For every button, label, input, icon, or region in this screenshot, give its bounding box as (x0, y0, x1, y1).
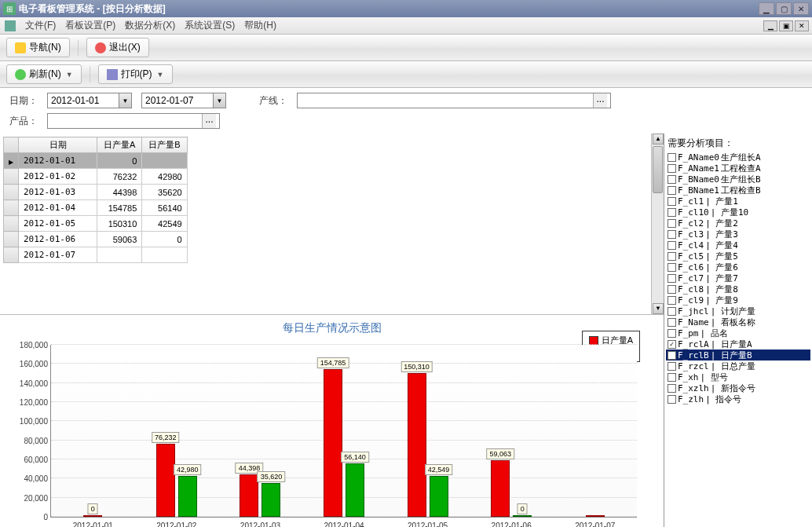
data-grid[interactable]: 日期日产量A日产量B2012-01-0102012-01-02762324298… (3, 137, 188, 263)
cell-date[interactable]: 2012-01-05 (19, 216, 97, 232)
dropdown-icon[interactable]: ▼ (119, 93, 131, 108)
cell-a[interactable]: 59063 (97, 232, 142, 247)
cell-a[interactable]: 76232 (97, 169, 142, 185)
checklist-item[interactable]: F_cl6 | 产量6 (666, 262, 810, 273)
checklist-item[interactable]: F_BName0 生产组长B (666, 174, 810, 185)
row-header[interactable] (4, 169, 19, 185)
checkbox[interactable] (668, 208, 676, 217)
table-row[interactable]: 2012-01-06590630 (4, 232, 188, 247)
checklist-item[interactable]: F_cl8 | 产量8 (666, 284, 810, 295)
cell-b[interactable] (142, 153, 187, 169)
col-header[interactable]: 日产量B (142, 137, 187, 153)
checklist-item[interactable]: F_cl10 | 产量10 (666, 207, 810, 218)
checklist-item[interactable]: ✓F_rclA | 日产量A (666, 339, 810, 350)
menu-board[interactable]: 看板设置(P) (65, 19, 115, 32)
checkbox[interactable] (668, 362, 676, 371)
table-row[interactable]: 2012-01-0515031042549 (4, 216, 188, 232)
col-header[interactable]: 日产量A (97, 137, 142, 153)
checkbox[interactable] (668, 241, 676, 250)
menu-analysis[interactable]: 数据分析(X) (125, 19, 175, 32)
checklist-item[interactable]: F_xh | 型号 (666, 371, 810, 382)
row-header[interactable] (4, 247, 19, 263)
checkbox[interactable] (668, 285, 676, 294)
date-to-input[interactable] (142, 93, 213, 108)
product-input[interactable]: ... (47, 113, 220, 129)
close-button[interactable]: ✕ (793, 2, 809, 15)
cell-date[interactable]: 2012-01-07 (19, 247, 97, 263)
app-menu-icon[interactable] (5, 20, 16, 31)
scroll-down-button[interactable]: ▼ (653, 303, 664, 314)
browse-button[interactable]: ... (202, 114, 216, 128)
cell-a[interactable] (97, 247, 142, 263)
checklist-item[interactable]: F_cl2 | 产量2 (666, 218, 810, 229)
checklist-item[interactable]: F_zlh | 指令号 (666, 393, 810, 404)
date-from-input[interactable] (48, 93, 119, 108)
checklist-item[interactable]: F_cl4 | 产量4 (666, 240, 810, 251)
cell-date[interactable]: 2012-01-03 (19, 185, 97, 200)
scroll-thumb[interactable] (653, 146, 663, 193)
minimize-button[interactable]: ▁ (759, 2, 774, 15)
checklist-item[interactable]: F_AName0 生产组长A (666, 152, 810, 163)
refresh-button[interactable]: 刷新(N) ▼ (6, 64, 82, 84)
checklist-item[interactable]: F_xzlh | 新指令号 (666, 382, 810, 393)
checkbox[interactable] (668, 219, 676, 228)
checkbox[interactable] (668, 373, 676, 382)
mdi-restore-button[interactable]: ▣ (779, 20, 793, 31)
checkbox[interactable] (668, 296, 676, 305)
checkbox[interactable] (668, 197, 676, 206)
checkbox[interactable] (668, 307, 676, 316)
checkbox[interactable]: ✓ (668, 351, 676, 360)
browse-button[interactable]: ... (593, 93, 607, 108)
row-header[interactable] (4, 185, 19, 200)
checklist-item[interactable]: F_cl3 | 产量3 (666, 229, 810, 240)
checkbox[interactable] (668, 252, 676, 261)
date-to-combo[interactable]: ▼ (141, 93, 226, 108)
checklist-item[interactable]: F_cl1 | 产量1 (666, 196, 810, 207)
row-header[interactable] (4, 216, 19, 232)
checklist-item[interactable]: F_BName1 工程检查B (666, 185, 810, 196)
table-row[interactable]: 2012-01-027623242980 (4, 169, 188, 185)
checkbox[interactable] (668, 230, 676, 239)
checklist-item[interactable]: F_rzcl | 日总产量 (666, 360, 810, 371)
mdi-minimize-button[interactable]: ▁ (763, 20, 777, 31)
checklist-item[interactable]: F_AName1 工程检查A (666, 163, 810, 174)
line-input[interactable]: ... (297, 93, 611, 108)
checklist-item[interactable]: F_cl5 | 产量5 (666, 251, 810, 262)
checkbox[interactable] (668, 175, 676, 184)
checklist-item[interactable]: F_jhcl | 计划产量 (666, 306, 810, 317)
cell-date[interactable]: 2012-01-02 (19, 169, 97, 185)
nav-button[interactable]: 导航(N) (6, 38, 70, 57)
vertical-scrollbar[interactable]: ▲ ▼ (651, 134, 664, 314)
checklist-item[interactable]: F_Name | 看板名称 (666, 317, 810, 328)
checklist-item[interactable]: F_pm | 品名 (666, 328, 810, 339)
menu-system[interactable]: 系统设置(S) (185, 19, 235, 32)
cell-date[interactable]: 2012-01-04 (19, 200, 97, 216)
table-row[interactable]: 2012-01-0415478556140 (4, 200, 188, 216)
cell-a[interactable]: 0 (97, 153, 142, 169)
table-row[interactable]: 2012-01-034439835620 (4, 185, 188, 200)
cell-b[interactable]: 42549 (142, 216, 187, 232)
row-header[interactable] (4, 232, 19, 247)
row-header[interactable] (4, 200, 19, 216)
menu-help[interactable]: 帮助(H) (244, 19, 276, 32)
checkbox[interactable] (668, 318, 676, 327)
checkbox[interactable] (668, 153, 676, 162)
cell-b[interactable]: 0 (142, 232, 187, 247)
checkbox[interactable] (668, 384, 676, 393)
cell-b[interactable] (142, 247, 187, 263)
checkbox[interactable] (668, 164, 676, 173)
field-checklist[interactable]: F_AName0 生产组长AF_AName1 工程检查AF_BName0 生产组… (666, 152, 810, 404)
exit-button[interactable]: 退出(X) (86, 38, 149, 57)
checkbox[interactable] (668, 395, 676, 404)
checklist-item[interactable]: F_cl7 | 产量7 (666, 273, 810, 284)
checkbox[interactable]: ✓ (668, 340, 676, 349)
row-header[interactable] (4, 153, 19, 169)
menu-file[interactable]: 文件(F) (25, 19, 56, 32)
cell-date[interactable]: 2012-01-01 (19, 153, 97, 169)
table-row[interactable]: 2012-01-07 (4, 247, 188, 263)
checkbox[interactable] (668, 186, 676, 195)
dropdown-icon[interactable]: ▼ (213, 93, 225, 108)
cell-a[interactable]: 150310 (97, 216, 142, 232)
checkbox[interactable] (668, 329, 676, 338)
cell-date[interactable]: 2012-01-06 (19, 232, 97, 247)
